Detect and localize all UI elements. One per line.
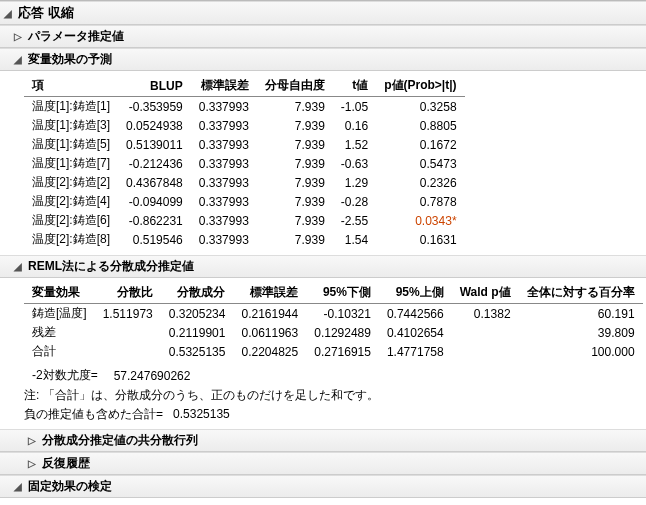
cell: -0.28 [333, 192, 376, 211]
cell: 7.939 [257, 135, 333, 154]
cell: -0.10321 [306, 304, 379, 324]
cell: 0.2716915 [306, 342, 379, 361]
reml-table: 変量効果 分散比 分散成分 標準誤差 95%下側 95%上側 Wald p値 全… [24, 282, 643, 361]
disclosure-open-icon: ◢ [4, 8, 16, 19]
cell [95, 342, 161, 361]
col-stderr: 標準誤差 [233, 282, 306, 304]
random-pred-table: 項 BLUP 標準誤差 分母自由度 t値 p値(Prob>|t|) 温度[1]:… [24, 75, 465, 249]
table-row: 温度[2]:鋳造[4]-0.0940990.3379937.939-0.280.… [24, 192, 465, 211]
cell: 合計 [24, 342, 95, 361]
random-pred-header[interactable]: ◢ 変量効果の予測 [0, 48, 646, 71]
table-row: 温度[2]:鋳造[2]0.43678480.3379937.9391.290.2… [24, 173, 465, 192]
cell: 0.2119901 [161, 323, 234, 342]
fixed-header[interactable]: ◢ 固定効果の検定 [0, 475, 646, 498]
cell: 温度[1]:鋳造[1] [24, 97, 118, 117]
table-row: 温度[1]:鋳造[3]0.05249380.3379937.9390.160.8… [24, 116, 465, 135]
cell: 1.52 [333, 135, 376, 154]
col-term: 項 [24, 75, 118, 97]
cell: -0.094099 [118, 192, 191, 211]
table-row: 温度[1]:鋳造[7]-0.2124360.3379937.939-0.630.… [24, 154, 465, 173]
col-varcomp: 分散成分 [161, 282, 234, 304]
disclosure-open-icon: ◢ [14, 54, 26, 65]
cell: 0.337993 [191, 192, 257, 211]
col-stderr: 標準誤差 [191, 75, 257, 97]
cell: 温度[1]:鋳造[5] [24, 135, 118, 154]
cell: 7.939 [257, 116, 333, 135]
cell: 100.000 [519, 342, 643, 361]
cell: 0.2204825 [233, 342, 306, 361]
cell: 0.0524938 [118, 116, 191, 135]
table-row: 残差0.21199010.06119630.12924890.410265439… [24, 323, 643, 342]
reml-note2-label: 負の推定値も含めた合計= [24, 407, 163, 421]
cell: 7.939 [257, 192, 333, 211]
cell: -0.353959 [118, 97, 191, 117]
disclosure-closed-icon: ▷ [28, 458, 40, 469]
disclosure-closed-icon: ▷ [28, 435, 40, 446]
disclosure-closed-icon: ▷ [14, 31, 26, 42]
reml-note2: 負の推定値も含めた合計= 0.5325135 [24, 404, 640, 423]
disclosure-open-icon: ◢ [14, 481, 26, 492]
col-dfden: 分母自由度 [257, 75, 333, 97]
cell: 1.54 [333, 230, 376, 249]
cell: 1.29 [333, 173, 376, 192]
col-pct: 全体に対する百分率 [519, 282, 643, 304]
cell: 7.939 [257, 173, 333, 192]
col-t: t値 [333, 75, 376, 97]
cell: 0.8805 [376, 116, 464, 135]
col-p: p値(Prob>|t|) [376, 75, 464, 97]
table-row: 温度[2]:鋳造[6]-0.8622310.3379937.939-2.550.… [24, 211, 465, 230]
table-row: 温度[1]:鋳造[5]0.51390110.3379937.9391.520.1… [24, 135, 465, 154]
cell: 1.511973 [95, 304, 161, 324]
cell: 温度[2]:鋳造[6] [24, 211, 118, 230]
random-pred-title: 変量効果の予測 [28, 51, 112, 68]
cov-header[interactable]: ▷ 分散成分推定値の共分散行列 [0, 429, 646, 452]
cell: 60.191 [519, 304, 643, 324]
cell: 0.2161944 [233, 304, 306, 324]
loglike-label: -2対数尤度= [24, 363, 106, 385]
cell: 鋳造[温度] [24, 304, 95, 324]
cell: 0.1382 [452, 304, 519, 324]
cell: 0.337993 [191, 97, 257, 117]
cell: -0.63 [333, 154, 376, 173]
cell: 0.2326 [376, 173, 464, 192]
cell: 0.3258 [376, 97, 464, 117]
cell: 7.939 [257, 97, 333, 117]
cell: 0.337993 [191, 173, 257, 192]
reml-header[interactable]: ◢ REML法による分散成分推定値 [0, 255, 646, 278]
param-est-header[interactable]: ▷ パラメータ推定値 [0, 25, 646, 48]
cell: 0.5325135 [161, 342, 234, 361]
cell: 0.519546 [118, 230, 191, 249]
loglike-val: 57.247690262 [106, 363, 199, 385]
cell: 39.809 [519, 323, 643, 342]
table-row: 合計0.53251350.22048250.27169151.477175810… [24, 342, 643, 361]
cell: 温度[2]:鋳造[8] [24, 230, 118, 249]
cell: 0.7442566 [379, 304, 452, 324]
response-panel: ◢ 応答 収縮 ▷ パラメータ推定値 ◢ 変量効果の予測 項 BLUP 標準誤差… [0, 0, 646, 505]
fixed-content: 要因 パラメータ数 自由度 分母自由度 F値 p値(Prob>F) 温度1166… [0, 498, 646, 505]
cell: 温度[1]:鋳造[7] [24, 154, 118, 173]
cell: 残差 [24, 323, 95, 342]
param-est-title: パラメータ推定値 [28, 28, 124, 45]
cell: 0.7878 [376, 192, 464, 211]
reml-loglike: -2対数尤度= 57.247690262 [24, 363, 198, 385]
cell: 0.337993 [191, 230, 257, 249]
reml-title: REML法による分散成分推定値 [28, 258, 194, 275]
cell [452, 342, 519, 361]
response-title: 応答 収縮 [18, 4, 74, 22]
cell: 0.4367848 [118, 173, 191, 192]
iter-title: 反復履歴 [42, 455, 90, 472]
response-header[interactable]: ◢ 応答 収縮 [0, 1, 646, 25]
fixed-title: 固定効果の検定 [28, 478, 112, 495]
cell: 0.3205234 [161, 304, 234, 324]
cell: 7.939 [257, 154, 333, 173]
table-header-row: 変量効果 分散比 分散成分 標準誤差 95%下側 95%上側 Wald p値 全… [24, 282, 643, 304]
table-row: 温度[1]:鋳造[1]-0.3539590.3379937.939-1.050.… [24, 97, 465, 117]
iter-header[interactable]: ▷ 反復履歴 [0, 452, 646, 475]
cell: 0.5473 [376, 154, 464, 173]
cell [95, 323, 161, 342]
cell: -2.55 [333, 211, 376, 230]
cell: 温度[2]:鋳造[2] [24, 173, 118, 192]
cell: 0.1672 [376, 135, 464, 154]
cell: 0.337993 [191, 154, 257, 173]
cell: 7.939 [257, 230, 333, 249]
